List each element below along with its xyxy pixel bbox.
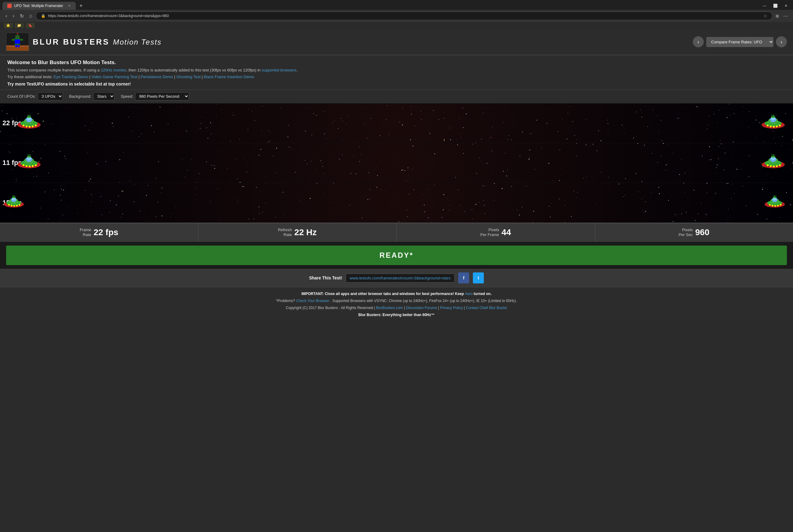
monitor-link[interactable]: 120Hz monitor — [101, 68, 127, 72]
stars-canvas-2 — [0, 143, 793, 183]
svg-point-89 — [780, 204, 781, 206]
stat-frame-rate: FrameRate 22 fps — [0, 223, 198, 242]
svg-rect-26 — [27, 115, 29, 116]
welcome-title: Welcome to Blur Busters UFO Motion Tests… — [7, 60, 786, 66]
pixels-per-sec-label: PixelsPer Sec — [678, 228, 693, 238]
video-game-link[interactable]: Video Game Panning Test — [91, 75, 137, 79]
svg-point-59 — [767, 164, 769, 166]
facebook-icon: f — [463, 276, 465, 280]
speed-label: Speed: — [121, 94, 133, 99]
pixels-per-frame-value: 44 — [502, 228, 511, 237]
svg-rect-11 — [20, 39, 23, 41]
footer-important: IMPORTANT: Close all apps and other brow… — [7, 290, 786, 298]
refresh-rate-value: 22 Hz — [295, 228, 317, 237]
nav-prev-button[interactable]: ‹ — [693, 36, 704, 48]
count-select[interactable]: 1 UFO 2 UFOs 3 UFOs 4 UFOs — [38, 92, 63, 100]
count-control: Count Of UFOs: 1 UFO 2 UFOs 3 UFOs 4 UFO… — [7, 92, 63, 100]
ufo-svg-right-3 — [764, 194, 785, 210]
check-browser-link[interactable]: Check Your Browser — [296, 299, 329, 303]
important-text: IMPORTANT: Close all apps and other brow… — [302, 292, 465, 296]
svg-point-63 — [779, 164, 781, 166]
pixels-per-frame-label: PixelsPer Frame — [480, 228, 499, 238]
svg-rect-14 — [15, 39, 20, 44]
twitter-button[interactable]: t — [473, 272, 484, 283]
browser-chrome: UFO Test: Multiple Framerates ✕ + — ⬜ ✕ … — [0, 0, 793, 29]
controls-bar: Count Of UFOs: 1 UFO 2 UFOs 3 UFOs 4 UFO… — [0, 90, 793, 103]
svg-point-72 — [8, 204, 10, 206]
menu-button[interactable]: ⋯ — [782, 12, 789, 20]
privacy-link[interactable]: Privacy Policy — [440, 306, 463, 310]
ufo-right-2 — [761, 154, 785, 172]
stars-canvas-1 — [0, 103, 793, 143]
stars-canvas-3 — [0, 183, 793, 223]
svg-rect-12 — [15, 45, 17, 48]
tab-close-icon[interactable]: ✕ — [68, 4, 71, 8]
svg-rect-52 — [27, 155, 29, 156]
tab-title: UFO Test: Multiple Framerates — [14, 4, 63, 8]
page-content: BLUR BUSTERS Motion Tests ‹ Compare Fram… — [0, 29, 793, 321]
stat-pixels-per-sec: PixelsPer Sec 960 — [595, 223, 793, 242]
active-tab[interactable]: UFO Test: Multiple Framerates ✕ — [2, 2, 76, 10]
share-label: Share This Test! — [309, 276, 342, 280]
svg-point-9 — [17, 33, 18, 34]
svg-rect-7 — [18, 36, 19, 37]
facebook-button[interactable]: f — [458, 272, 469, 283]
problems-text: *Problems? — [276, 299, 296, 303]
new-tab-button[interactable]: + — [77, 3, 85, 9]
bookmark-2[interactable]: 📁 — [15, 23, 24, 28]
tab-favicon — [7, 4, 12, 8]
eye-tracking-link[interactable]: Eye Tracking Demo — [54, 75, 88, 79]
svg-point-21 — [26, 126, 27, 127]
header-nav: ‹ Compare Frame Rates: UFO UFO Motion Te… — [693, 36, 787, 48]
animation-area: 22 fps — [0, 103, 793, 223]
close-button[interactable]: ✕ — [781, 3, 791, 8]
ghosting-link[interactable]: Ghosting Test — [176, 75, 201, 79]
logo-svg — [6, 33, 29, 51]
svg-point-73 — [11, 205, 12, 206]
frame-rate-value: 22 fps — [93, 228, 118, 237]
stat-refresh-rate: RefreshRate 22 Hz — [198, 223, 396, 242]
reload-button[interactable]: ↻ — [18, 12, 26, 20]
persistence-link[interactable]: Persistence Demo — [141, 75, 173, 79]
bookmark-3[interactable]: 🔖 — [26, 23, 35, 28]
extensions-button[interactable]: ⊞ — [774, 13, 780, 20]
contact-link[interactable]: Contact Chief Blur Buster — [466, 306, 507, 310]
welcome-description: This screen compares multiple framerates… — [7, 67, 786, 73]
bfi-link[interactable]: Black Frame Insertion Demo — [204, 75, 254, 79]
security-icon: 🔒 — [41, 14, 45, 18]
maximize-button[interactable]: ⬜ — [770, 3, 781, 8]
site-logo — [6, 33, 29, 51]
twitter-icon: t — [478, 276, 479, 280]
home-button[interactable]: ⌂ — [27, 12, 34, 20]
supported-browsers-link[interactable]: supported browsers — [262, 68, 296, 72]
bookmark-1[interactable]: ⭐ — [4, 23, 13, 28]
svg-point-34 — [770, 126, 772, 127]
nav-next-button[interactable]: › — [776, 36, 787, 48]
ufo-left-3 — [3, 194, 24, 211]
svg-point-33 — [767, 125, 769, 127]
ufo-svg-left-1 — [17, 114, 41, 131]
ready-bar: READY* — [6, 246, 787, 265]
site-subtitle: Motion Tests — [113, 38, 162, 46]
background-select[interactable]: Black Stars Grey — [93, 92, 115, 100]
svg-rect-91 — [773, 196, 775, 197]
ufo-left-2 — [17, 154, 41, 172]
welcome-more: Try more TestUFO animations in selectabl… — [7, 81, 786, 87]
minimize-button[interactable]: — — [760, 3, 770, 8]
site-header: BLUR BUSTERS Motion Tests ‹ Compare Fram… — [0, 29, 793, 55]
forward-button[interactable]: › — [11, 12, 16, 20]
background-control: Background: Black Stars Grey — [69, 92, 115, 100]
discussion-link[interactable]: Discussion Forums — [406, 306, 437, 310]
svg-point-46 — [23, 164, 24, 166]
speed-select[interactable]: 240 Pixels Per Second 480 Pixels Per Sec… — [135, 92, 189, 100]
address-url[interactable]: https://www.testufo.com/framerates#count… — [48, 14, 761, 18]
svg-point-88 — [777, 205, 779, 206]
aero-link[interactable]: Aero — [465, 292, 473, 296]
svg-point-60 — [770, 165, 772, 167]
nav-select[interactable]: Compare Frame Rates: UFO UFO Motion Test… — [706, 37, 773, 47]
share-url[interactable]: www.testufo.com/framerates#count=3&backg… — [346, 274, 455, 283]
blurbusters-link[interactable]: BlurBusters.com — [376, 306, 403, 310]
back-button[interactable]: ‹ — [4, 12, 9, 20]
svg-rect-78 — [13, 196, 14, 197]
star-icon[interactable]: ☆ — [763, 14, 767, 18]
